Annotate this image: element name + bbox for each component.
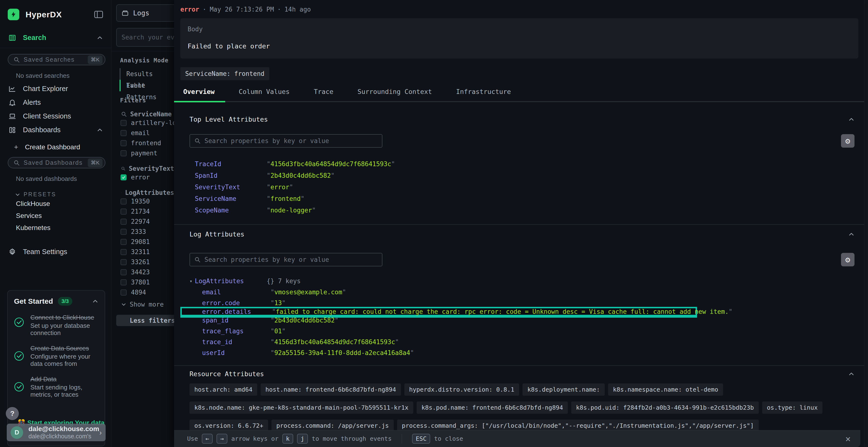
attribute-key[interactable]: email (202, 288, 271, 296)
attribute-value[interactable]: "2b43d0c4dd6bc582" (267, 172, 335, 179)
get-started-item[interactable]: Create Data SourcesConfigure where your … (14, 345, 98, 367)
attribute-key[interactable]: ServiceName (189, 195, 267, 202)
tab-column-values[interactable]: Column Values (239, 88, 289, 95)
chevron-up-icon[interactable] (848, 371, 855, 377)
checkbox[interactable] (121, 279, 127, 285)
resource-attribute-chip[interactable]: k8s.node.name: gke-pme-k8s-standard-main… (189, 402, 413, 414)
attribute-key[interactable]: TraceId (189, 161, 267, 168)
attribute-key[interactable]: userId (202, 349, 271, 356)
attribute-key[interactable]: error.code (202, 299, 271, 307)
property-search-input[interactable]: Search properties by key or value (189, 253, 382, 266)
resource-attribute-chip[interactable]: k8s.namespace.name: otel-demo (608, 383, 723, 396)
checkbox[interactable] (121, 259, 127, 265)
checkbox[interactable] (121, 229, 127, 235)
show-more-button[interactable]: Show more (121, 299, 174, 309)
sidebar-preset-item[interactable]: Services (0, 210, 111, 222)
chevron-up-icon[interactable] (92, 298, 98, 304)
property-search-input[interactable]: Search properties by key or value (189, 134, 382, 148)
checkbox[interactable] (121, 150, 127, 156)
resource-attribute-chip[interactable]: os.type: linux (762, 402, 823, 414)
collapse-triangle-icon[interactable]: ▾ (189, 278, 195, 284)
sidebar-item-dashboards[interactable]: Dashboards (0, 123, 111, 137)
sidebar-item-chart-explorer[interactable]: Chart Explorer (0, 82, 111, 96)
presets-header[interactable]: PRESETS (0, 185, 111, 198)
analysis-mode-option[interactable]: Results Table (120, 68, 174, 80)
get-started-item[interactable]: Connect to ClickHouseSet up your databas… (14, 314, 98, 337)
attribute-value[interactable]: "01" (271, 328, 286, 335)
event-search-input[interactable]: Search your ev (116, 28, 174, 47)
less-filters-button[interactable]: Less filters (116, 315, 174, 326)
filter-option[interactable]: artillery-loa (121, 118, 174, 128)
attribute-value[interactable]: "92a55156-39a4-11f0-8ddd-a2eca416a8a4" (271, 349, 414, 356)
resource-attribute-chip[interactable]: k8s.pod.uid: f284fb2d-a0b3-4634-991b-e2c… (571, 402, 759, 414)
chevron-up-icon[interactable] (848, 231, 855, 238)
filter-group-header[interactable]: ServiceName (121, 110, 174, 118)
checkbox[interactable] (121, 269, 127, 275)
attribute-key[interactable]: error.details (202, 308, 272, 315)
filter-option[interactable]: 2333 (121, 227, 174, 237)
user-menu[interactable]: D dale@clickhouse.com dale@clickhouse.co… (7, 424, 105, 441)
attribute-key[interactable]: SpanId (189, 172, 267, 179)
sidebar-collapse-icon[interactable] (94, 11, 103, 18)
scrollbar-gutter[interactable] (864, 0, 868, 447)
tab-trace[interactable]: Trace (314, 88, 333, 95)
attribute-value[interactable]: "failed to charge card: could not charge… (272, 308, 733, 315)
attribute-key[interactable]: trace_id (202, 338, 271, 346)
resource-attribute-chip[interactable]: host.name: frontend-6b6c8d7bfd-ng894 (261, 383, 401, 396)
settings-gear-button[interactable]: ⚙ (841, 134, 855, 148)
source-select-button[interactable]: Logs (116, 4, 174, 22)
attribute-value[interactable]: "vmoses@example.com" (271, 288, 346, 296)
attribute-value[interactable]: "error" (267, 183, 293, 191)
sidebar-preset-item[interactable]: Kubernetes (0, 222, 111, 234)
saved-searches-input[interactable]: Saved Searches ⌘K (8, 54, 105, 65)
attribute-key[interactable]: trace_flags (202, 328, 271, 335)
filter-option[interactable]: payment (121, 148, 174, 158)
settings-gear-button[interactable]: ⚙ (841, 253, 855, 266)
sidebar-item-alerts[interactable]: Alerts (0, 96, 111, 109)
filter-option[interactable]: 33261 (121, 257, 174, 267)
filter-option[interactable]: 37801 (121, 277, 174, 287)
attribute-value[interactable]: "4156d3fbc40a64854d9dc7f68641593c" (271, 338, 399, 346)
filter-option[interactable]: 4894 (121, 287, 174, 298)
filter-option[interactable]: 29081 (121, 237, 174, 247)
help-button[interactable]: ? (6, 407, 19, 420)
resource-attribute-chip[interactable]: k8s.deployment.name: (523, 383, 605, 396)
attribute-value[interactable]: "frontend" (267, 195, 305, 202)
filter-option[interactable]: 19350 (121, 196, 174, 206)
filter-option[interactable]: 22974 (121, 216, 174, 227)
checkbox[interactable] (121, 219, 127, 225)
attribute-value[interactable]: "4156d3fbc40a64854d9dc7f68641593c" (267, 161, 395, 168)
sidebar-item-team-settings[interactable]: Team Settings (0, 245, 111, 259)
sidebar-preset-item[interactable]: ClickHouse (0, 198, 111, 210)
filter-group-header[interactable]: LogAttributes (121, 189, 174, 196)
create-dashboard-button[interactable]: + Create Dashboard (0, 137, 111, 151)
filter-group-header[interactable]: SeverityText (121, 165, 174, 172)
sidebar-item-client-sessions[interactable]: Dashboards Client Sessions (0, 109, 111, 123)
checkbox[interactable] (121, 209, 127, 215)
attribute-key[interactable]: SeverityText (189, 183, 267, 191)
service-name-chip[interactable]: ServiceName: frontend (180, 67, 269, 80)
attribute-value[interactable]: "2b43d0c4dd6bc582" (271, 317, 339, 324)
checkbox[interactable] (121, 249, 127, 255)
checkbox[interactable] (121, 199, 127, 204)
checkbox[interactable] (121, 289, 127, 296)
filter-option[interactable]: 34423 (121, 267, 174, 277)
attribute-key[interactable]: ScopeName (189, 207, 267, 214)
get-started-item[interactable]: Add DataStart sending logs, metrics, or … (14, 375, 98, 398)
resource-attribute-chip[interactable]: k8s.pod.name: frontend-6b6c8d7bfd-ng894 (416, 402, 568, 414)
sidebar-item-search[interactable]: Search (0, 31, 111, 44)
filter-option[interactable]: 21734 (121, 206, 174, 216)
analysis-mode-option[interactable]: Event Patterns (120, 80, 174, 91)
tab-surrounding-context[interactable]: Surrounding Context (358, 88, 432, 95)
attribute-value[interactable]: "node-logger" (267, 207, 316, 214)
filter-option[interactable]: frontend (121, 138, 174, 148)
resource-attribute-chip[interactable]: hyperdx.distro.version: 0.8.1 (404, 383, 519, 396)
close-icon[interactable]: ✕ (845, 434, 850, 444)
filter-option[interactable]: 32311 (121, 247, 174, 257)
chevron-up-icon[interactable] (97, 35, 103, 41)
checkbox[interactable] (121, 130, 127, 136)
saved-dashboards-input[interactable]: Saved Dashboards ⌘K (8, 157, 105, 168)
checkbox[interactable] (121, 239, 127, 245)
attribute-value[interactable]: "13" (271, 299, 286, 307)
chevron-up-icon[interactable] (848, 116, 855, 123)
